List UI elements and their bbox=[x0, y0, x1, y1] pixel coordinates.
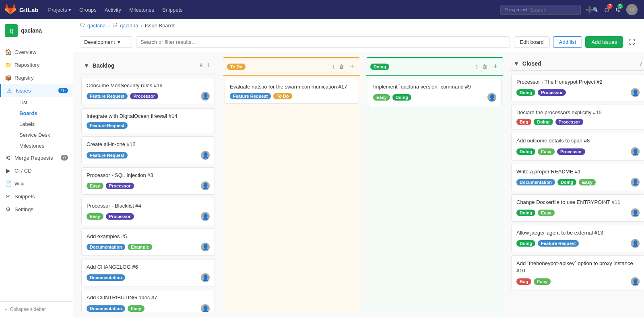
add-doing-button[interactable]: + bbox=[491, 62, 499, 72]
global-search[interactable]: This project 🔍 bbox=[500, 5, 581, 15]
user-menu[interactable]: U bbox=[625, 2, 639, 17]
issue-card[interactable]: Integrate with DigitalOcean firewall #14… bbox=[81, 108, 215, 133]
merge-requests-icon[interactable]: ⑆5 bbox=[614, 4, 621, 15]
issue-meta: Doing Feature Request 👤 bbox=[516, 239, 640, 248]
add-todo-button[interactable]: + bbox=[348, 62, 356, 72]
backlog-count: 8 bbox=[200, 62, 202, 68]
issue-card[interactable]: Add CHANGELOG #6 Documentation 👤 bbox=[81, 259, 215, 286]
issue-meta: Doing Easy 👤 bbox=[516, 208, 640, 217]
issue-card[interactable]: Processor - The Honeypot Project #2 Doin… bbox=[511, 74, 644, 101]
filter-input[interactable] bbox=[136, 36, 510, 48]
board-toolbar: Development ▾ Edit board Add list Add is… bbox=[73, 32, 644, 52]
label-bug: Bug bbox=[516, 119, 531, 125]
nav-activity[interactable]: Activity bbox=[101, 5, 124, 14]
label-feature-request: Feature Request bbox=[230, 93, 271, 99]
add-issues-button[interactable]: Add issues bbox=[585, 36, 623, 48]
collapse-closed-icon[interactable]: ▼ bbox=[514, 60, 519, 67]
sidebar-item-repository[interactable]: 📁 Repository bbox=[0, 58, 73, 71]
issue-title: Processor - The Honeypot Project #2 bbox=[516, 78, 640, 86]
snippets-icon: ✂ bbox=[5, 193, 11, 200]
issue-meta: Doing Processor 👤 bbox=[516, 88, 640, 97]
issue-card[interactable]: Consume ModSecurity rules #16 Feature Re… bbox=[81, 78, 215, 105]
issue-card[interactable]: Declare the processors explicitly #15 Bu… bbox=[511, 105, 644, 130]
issue-title: Change Dockerfile to use ENTRYPOINT #11 bbox=[516, 199, 640, 206]
issue-card[interactable]: Evaluate nats.io for the swarm communica… bbox=[225, 79, 358, 104]
issue-card[interactable]: Implement `qaclana version` command #9 E… bbox=[368, 79, 502, 106]
breadcrumb-group-icon: 🛡 bbox=[112, 23, 118, 29]
label-documentation: Documentation bbox=[87, 244, 125, 250]
issue-title: Declare the processors explicitly #15 bbox=[516, 109, 640, 116]
label-easy: Easy bbox=[373, 94, 390, 101]
issue-card[interactable]: Write a proper README #1 Documentation D… bbox=[511, 164, 644, 191]
issue-card[interactable]: Allow jaeger-agent to be external #13 Do… bbox=[511, 225, 644, 252]
sidebar-item-list[interactable]: List bbox=[14, 97, 73, 108]
project-logo: q bbox=[5, 24, 18, 37]
sidebar-item-issues[interactable]: ⚠ Issues 10 bbox=[0, 84, 73, 97]
add-backlog-button[interactable]: + bbox=[205, 60, 213, 70]
issue-title: Evaluate nats.io for the swarm communica… bbox=[230, 83, 353, 91]
sidebar-item-cicd[interactable]: ▶ CI / CD bbox=[0, 164, 73, 177]
issue-card[interactable]: Processor - Blacklist #4 Easy Processor … bbox=[81, 198, 215, 225]
issue-meta: Easy Doing 👤 bbox=[373, 93, 496, 102]
new-item-button[interactable]: ➕ ▾ bbox=[584, 4, 599, 15]
sidebar-item-merge-requests[interactable]: ⑆ Merge Requests 0 bbox=[0, 151, 73, 164]
doing-badge: Doing bbox=[370, 64, 389, 70]
issue-card[interactable]: Processor - SQL Injection #3 Easy Proces… bbox=[81, 167, 215, 195]
label-todo: To Do bbox=[273, 93, 292, 99]
issue-card[interactable]: Add examples #5 Documentation Example 👤 bbox=[81, 228, 215, 256]
toolbar-actions: Edit board Add list Add issues ⛶ bbox=[514, 36, 638, 48]
sidebar-item-wiki[interactable]: 📄 Wiki bbox=[0, 177, 73, 190]
closed-cards: Processor - The Honeypot Project #2 Doin… bbox=[510, 71, 644, 312]
registry-icon: 📦 bbox=[5, 74, 11, 81]
collapse-backlog-icon[interactable]: ▼ bbox=[84, 62, 89, 69]
issue-card[interactable]: Change Dockerfile to use ENTRYPOINT #11 … bbox=[511, 194, 644, 222]
delete-todo-button[interactable]: 🗑 bbox=[337, 63, 346, 70]
sidebar-item-settings[interactable]: ⚙ Settings bbox=[0, 203, 73, 216]
issue-card[interactable]: Create all-in-one #12 Feature Request 👤 bbox=[81, 136, 215, 164]
issue-assignee: 👤 bbox=[631, 239, 640, 248]
delete-doing-button[interactable]: 🗑 bbox=[481, 63, 489, 70]
issue-card[interactable]: Add CONTRIBUTING.adoc #7 Documentation E… bbox=[81, 290, 215, 312]
issue-assignee: 👤 bbox=[201, 304, 210, 313]
breadcrumb-project[interactable]: qaclana bbox=[120, 23, 138, 29]
label-processor: Processor bbox=[557, 148, 585, 155]
issue-assignee: 👤 bbox=[201, 151, 210, 160]
nav-milestones[interactable]: Milestones bbox=[126, 5, 157, 14]
issue-card[interactable]: Add `thehoneypot-apikey` option to proxy… bbox=[511, 255, 644, 290]
sidebar-item-boards[interactable]: Boards bbox=[14, 108, 73, 119]
label-feature-request: Feature Request bbox=[87, 152, 128, 158]
issue-meta: Documentation Doing Easy 👤 bbox=[516, 178, 640, 187]
board-selector[interactable]: Development ▾ bbox=[80, 36, 132, 48]
column-title-backlog: Backlog bbox=[93, 62, 197, 69]
add-list-button[interactable]: Add list bbox=[553, 36, 582, 48]
nav-snippets[interactable]: Snippets bbox=[159, 5, 186, 14]
nav-projects[interactable]: Projects ▾ bbox=[45, 5, 75, 14]
issue-assignee: 👤 bbox=[631, 178, 640, 187]
sidebar: q qaclana 🏠 Overview 📁 Repository 📦 Regi… bbox=[0, 19, 73, 317]
edit-board-button[interactable]: Edit board bbox=[514, 36, 550, 48]
issue-meta: Feature Request bbox=[87, 122, 210, 129]
todo-count: 1 bbox=[332, 64, 335, 70]
collapse-sidebar-button[interactable]: « Collapse sidebar bbox=[0, 301, 73, 317]
issue-card[interactable]: Add outcome details to span #8 Doing Eas… bbox=[511, 133, 644, 160]
sidebar-item-milestones[interactable]: Milestones bbox=[14, 140, 73, 151]
avatar: 👤 bbox=[631, 147, 640, 156]
sidebar-item-service-desk[interactable]: Service Desk bbox=[14, 130, 73, 140]
fullscreen-button[interactable]: ⛶ bbox=[626, 37, 638, 47]
sidebar-item-registry[interactable]: 📦 Registry bbox=[0, 71, 73, 84]
sidebar-item-overview[interactable]: 🏠 Overview bbox=[0, 45, 73, 58]
gitlab-logo bbox=[5, 4, 16, 15]
label-processor: Processor bbox=[555, 119, 584, 125]
nav-groups[interactable]: Groups bbox=[76, 5, 100, 14]
sidebar-item-snippets[interactable]: ✂ Snippets bbox=[0, 190, 73, 203]
breadcrumb-org[interactable]: qaclana bbox=[87, 23, 106, 29]
search-input[interactable] bbox=[530, 7, 590, 13]
doing-count: 1 bbox=[475, 64, 478, 70]
brand[interactable]: GitLab bbox=[5, 4, 39, 15]
issue-assignee: 👤 bbox=[631, 88, 640, 97]
sidebar-item-labels[interactable]: Labels bbox=[14, 119, 73, 130]
breadcrumb: 🛡 qaclana › 🛡 qaclana › Issue Boards bbox=[73, 19, 644, 32]
label-feature-request: Feature Request bbox=[538, 240, 579, 247]
issues-icon[interactable]: ⊙7 bbox=[603, 4, 611, 15]
issue-meta: Doing Easy Processor 👤 bbox=[516, 147, 640, 156]
